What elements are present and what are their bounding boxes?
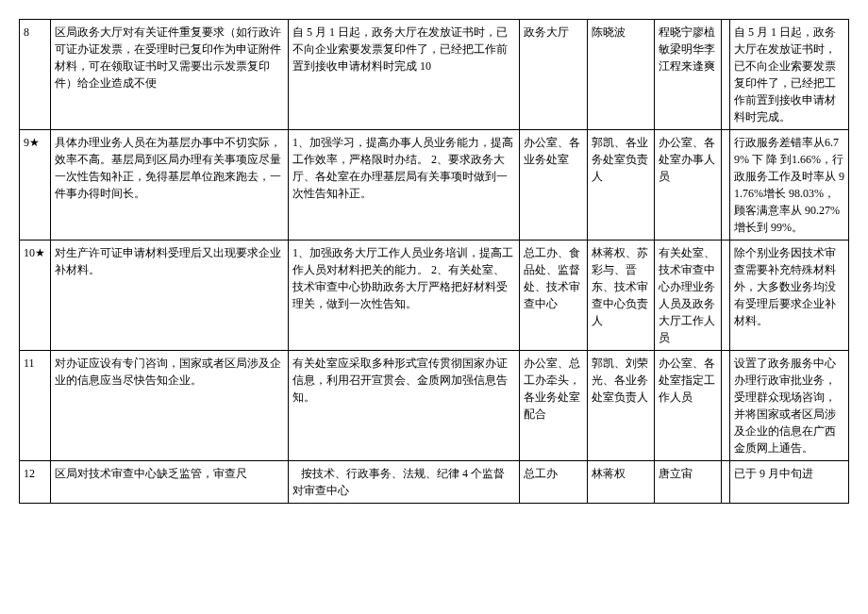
dept3-cell: 办公室、各处室指定工作人员 — [654, 351, 721, 461]
dept3-cell: 程晓宁廖植敏梁明华李江程来逢爽 — [654, 20, 721, 130]
dept3-cell: 有关处室、技术审查中心办理业务人员及政务大厅工作人员 — [654, 241, 721, 351]
issue-cell: 对生产许可证申请材料受理后又出现要求企业补材料。 — [50, 241, 288, 351]
row-number: 12 — [20, 461, 51, 504]
empty-cell — [722, 20, 730, 130]
dept3-cell: 办公室、各处室办事人员 — [654, 130, 721, 241]
dept2-cell: 郭凯、刘荣光、各业务处室负责人 — [587, 351, 654, 461]
empty-cell — [722, 130, 730, 241]
issue-cell: 具体办理业务人员在为基层办事中不切实际，效率不高。基层局到区局办理有关事项应尽量… — [50, 130, 288, 241]
document-table: 8 区局政务大厅对有关证件重复要求（如行政许可证办证发票，在受理时已复印作为申证… — [19, 19, 849, 504]
issue-cell: 对办证应设有专门咨询，国家或者区局涉及企业的信息应当尽快告知企业。 — [50, 351, 288, 461]
row-number: 11 — [20, 351, 51, 461]
empty-cell — [722, 351, 730, 461]
table-row: 8 区局政务大厅对有关证件重复要求（如行政许可证办证发票，在受理时已复印作为申证… — [20, 20, 849, 130]
dept2-cell: 陈晓波 — [587, 20, 654, 130]
result-cell: 行政服务差错率从6.79% 下 降 到1.66%，行政服务工作及时率从 91.7… — [729, 130, 848, 241]
dept1-cell: 总工办、食品处、监督处、技术审查中心 — [520, 241, 587, 351]
result-cell: 除个别业务因技术审查需要补充特殊材料外，大多数业务均没有受理后要求企业补材料。 — [729, 241, 848, 351]
result-cell: 设置了政务服务中心办理行政审批业务，受理群众现场咨询，并将国家或者区局涉及企业的… — [729, 351, 848, 461]
measure-cell: 有关处室应采取多种形式宣传贯彻国家办证信息，利用召开宣贯会、金质网加强信息告知。 — [288, 351, 520, 461]
empty-cell — [722, 241, 730, 351]
dept2-cell: 郭凯、各业务处室负责人 — [587, 130, 654, 241]
result-cell: 自 5 月 1 日起，政务大厅在发放证书时，已不向企业索要发票复印件了，已经把工… — [729, 20, 848, 130]
dept2-cell: 林蒋权 — [587, 461, 654, 504]
measure-cell: 自 5 月 1 日起，政务大厅在发放证书时，已不向企业索要发票复印件了，已经把工… — [288, 20, 520, 130]
issue-cell: 区局政务大厅对有关证件重复要求（如行政许可证办证发票，在受理时已复印作为申证附件… — [50, 20, 288, 130]
table-row: 10★ 对生产许可证申请材料受理后又出现要求企业补材料。 1、加强政务大厅工作人… — [20, 241, 849, 351]
measure-cell: 1、加强学习，提高办事人员业务能力，提高工作效率，严格限时办结。 2、要求政务大… — [288, 130, 520, 241]
row-number: 8 — [20, 20, 51, 130]
issue-cell: 区局对技术审查中心缺乏监管，审查尺 — [50, 461, 288, 504]
empty-cell — [722, 461, 730, 504]
table-row: 12 区局对技术审查中心缺乏监管，审查尺 按技术、行政事务、法规、纪律 4 个监… — [20, 461, 849, 504]
measure-cell: 1、加强政务大厅工作人员业务培训，提高工作人员对材料把关的能力。 2、有关处室、… — [288, 241, 520, 351]
dept1-cell: 办公室、各业务处室 — [520, 130, 587, 241]
dept1-cell: 政务大厅 — [520, 20, 587, 130]
dept3-cell: 唐立宙 — [654, 461, 721, 504]
dept1-cell: 总工办 — [520, 461, 587, 504]
table-row: 9★ 具体办理业务人员在为基层办事中不切实际，效率不高。基层局到区局办理有关事项… — [20, 130, 849, 241]
dept1-cell: 办公室、总工办牵头，各业务处室配合 — [520, 351, 587, 461]
dept2-cell: 林蒋权、苏彩与、晋东、技术审查中心负责人 — [587, 241, 654, 351]
row-number: 10★ — [20, 241, 51, 351]
row-number: 9★ — [20, 130, 51, 241]
measure-cell: 按技术、行政事务、法规、纪律 4 个监督对审查中心 — [288, 461, 520, 504]
result-cell: 已于 9 月中旬进 — [729, 461, 848, 504]
table-row: 11 对办证应设有专门咨询，国家或者区局涉及企业的信息应当尽快告知企业。 有关处… — [20, 351, 849, 461]
